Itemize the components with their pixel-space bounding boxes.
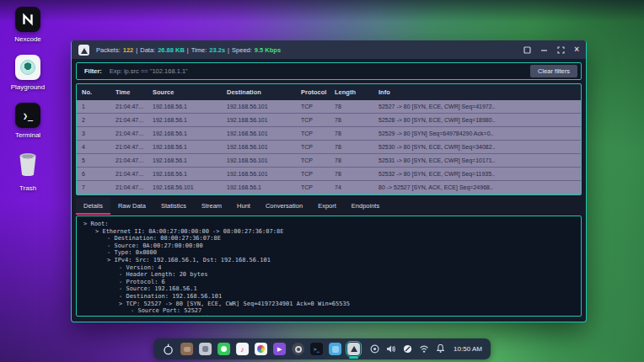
screen-record-icon[interactable] [370,342,379,357]
packet-row[interactable]: 321:04:47...192.168.56.1192.168.56.101TC… [77,127,581,141]
stat-label: Data: [140,46,155,54]
filter-input[interactable] [110,67,530,75]
clear-filters-button[interactable]: Clear filters [530,65,577,77]
packet-table: No. Time Source Destination Protocol Len… [76,83,582,195]
packet-row[interactable]: 121:04:47...192.168.56.1192.168.56.101TC… [77,100,581,114]
desktop-icon-playground[interactable]: Playground [3,55,52,91]
activities-icon[interactable] [162,343,174,355]
packet-details-pane: > Root: > Ethernet II: 0A:00:27:00:00:00… [76,216,582,317]
stat-value: 23.2s [209,46,225,54]
bell-icon[interactable] [436,342,445,357]
restore-icon[interactable] [523,46,531,54]
tree-leaf: - Type: 0x0800 [83,249,574,257]
camera-app-icon[interactable] [292,343,304,355]
cell-no: 5 [77,154,110,167]
cell-info: 52531 -> 80 [SYN, ECE, CWR] Seq=10171.. [373,154,581,167]
cell-protocol: TCP [296,168,330,180]
column-header-info[interactable]: Info [373,88,581,96]
network-icon[interactable] [419,342,429,357]
tree-node-ipv4[interactable]: > IPv4: Src: 192.168.56.1, Dst: 192.168.… [83,257,574,264]
cell-destination: 192.168.56.1 [222,181,296,194]
tab-statistics[interactable]: Statistics [153,198,194,215]
packet-row[interactable]: 721:04:47...192.168.56.101192.168.56.1TC… [77,181,581,194]
trash-icon [15,151,40,181]
files-app-icon[interactable] [180,343,193,355]
tree-leaf: - Destination Port: 80 [83,315,574,317]
tree-leaf: - Protocol: 6 [83,279,574,286]
tree-leaf: - Source: 0A:00:27:00:00:00 [83,242,574,250]
cell-protocol: TCP [296,100,330,113]
cell-source: 192.168.56.1 [148,168,222,180]
cell-time: 21:04:47... [110,181,148,194]
photos-app-icon[interactable] [255,343,267,355]
tab-export[interactable]: Export [310,198,344,215]
stat-separator: | [136,46,137,54]
packet-sniffer-app-icon [78,45,89,56]
cell-source: 192.168.56.1 [148,100,222,113]
cell-info: 80 -> 52527 [SYN, ACK, ECE] Seq=24968.. [373,181,581,194]
filter-bar: Filter: Clear filters [76,62,582,80]
cell-source: 192.168.56.1 [148,154,222,167]
capture-stats: Packets:122 | Data:26.88 KB | Time:23.2s… [96,46,281,54]
tree-node-root[interactable]: > Root: [83,221,574,228]
desktop-icon-terminal[interactable]: ❯_ Terminal [3,103,52,139]
tree-leaf: - Header Length: 20 bytes [83,271,574,279]
fullscreen-icon[interactable] [557,46,565,54]
installer-app-icon[interactable] [199,343,212,355]
cell-destination: 192.168.56.101 [222,127,296,140]
cell-source: 192.168.56.1 [148,141,222,153]
column-header-no[interactable]: No. [77,88,110,96]
desktop-icon-nexcode[interactable]: Nexcode [3,7,52,43]
tree-node-tcp[interactable]: > TCP: 52527 -> 80 [SYN, ECE, CWR] Seq=4… [83,301,574,308]
terminal-app-icon[interactable]: >_ [310,343,323,355]
cell-protocol: TCP [296,154,330,167]
packet-row[interactable]: 521:04:47...192.168.56.1192.168.56.101TC… [77,154,581,168]
detail-tabs: Details Raw Data Statistics Stream Hunt … [76,198,582,215]
taskbar-clock[interactable]: 10:50 AM [453,345,482,353]
tree-leaf: - Source: 192.168.56.1 [83,285,574,293]
cell-length: 78 [330,168,373,180]
column-header-protocol[interactable]: Protocol [296,88,330,96]
tree-leaf: - Version: 4 [83,264,574,272]
messages-app-icon[interactable] [217,343,230,355]
cell-no: 4 [77,141,110,153]
filter-label: Filter: [77,67,110,75]
column-header-source[interactable]: Source [148,88,222,96]
tab-raw-data[interactable]: Raw Data [110,198,153,215]
desktop-icon-trash[interactable]: Trash [3,151,52,192]
stat-label: Time: [191,46,207,54]
system-tray: 10:50 AM [370,342,482,357]
tree-leaf: - Source Port: 52527 [83,307,574,315]
nexcode-icon [15,7,40,32]
packet-sniffer-app-icon[interactable] [347,343,360,355]
packet-row[interactable]: 221:04:47...192.168.56.1192.168.56.101TC… [77,114,581,127]
packet-row[interactable]: 421:04:47...192.168.56.1192.168.56.101TC… [77,141,581,154]
packet-table-header: No. Time Source Destination Protocol Len… [77,84,581,100]
stat-value: 26.88 KB [158,46,185,54]
column-header-time[interactable]: Time [110,88,148,96]
tab-details[interactable]: Details [76,198,110,215]
compass-icon[interactable] [403,342,412,357]
cell-info: 52530 -> 80 [SYN, ECE, CWR] Seq=34082.. [373,141,581,153]
cell-info: 52527 -> 80 [SYN, ECE, CWR] Seq=41972.. [373,100,581,113]
column-header-destination[interactable]: Destination [222,88,296,96]
taskbar: ♪ ▶ >_ 10:50 AM [153,338,491,359]
packet-row[interactable]: 621:04:47...192.168.56.1192.168.56.101TC… [77,168,581,181]
cell-length: 78 [330,114,373,126]
video-player-app-icon[interactable]: ▶ [273,343,286,355]
minimize-icon[interactable] [540,46,548,54]
cell-no: 3 [77,127,110,140]
file-manager-app-icon[interactable] [329,343,341,355]
tab-hunt[interactable]: Hunt [229,198,258,215]
tab-conversation[interactable]: Conversation [258,198,310,215]
tree-node-ethernet[interactable]: > Ethernet II: 0A:00:27:00:00:00 -> 08:0… [83,228,574,236]
cell-destination: 192.168.56.101 [222,141,296,153]
music-app-icon[interactable]: ♪ [236,343,249,355]
tab-endpoints[interactable]: Endpoints [344,198,387,215]
close-icon[interactable]: × [574,45,579,54]
cell-length: 78 [330,100,373,113]
volume-icon[interactable] [386,342,396,357]
desktop: Nexcode Playground ❯_ Terminal Trash [0,0,644,362]
tab-stream[interactable]: Stream [194,198,229,215]
column-header-length[interactable]: Length [330,88,373,96]
